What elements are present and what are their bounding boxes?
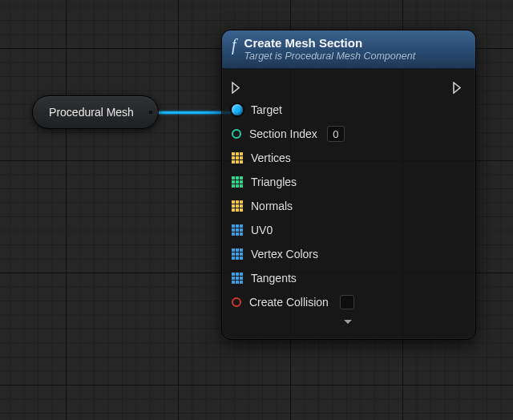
node-procedural-mesh[interactable]: Procedural Mesh: [32, 95, 159, 129]
label-target: Target: [251, 103, 282, 116]
node-label: Procedural Mesh: [49, 106, 134, 119]
node-create-mesh-section[interactable]: f Create Mesh Section Target is Procedur…: [221, 30, 476, 340]
input-pin-section-index[interactable]: [232, 129, 241, 139]
exec-output-pin[interactable]: [453, 82, 464, 94]
input-pin-vertices[interactable]: [232, 152, 243, 164]
label-normals: Normals: [251, 200, 293, 212]
label-tangents: Tangents: [251, 272, 297, 285]
input-pin-target[interactable]: [232, 104, 243, 115]
input-pin-vertex-colors[interactable]: [232, 248, 243, 260]
chevron-down-icon: [343, 319, 353, 325]
label-vertex-colors: Vertex Colors: [251, 248, 318, 260]
checkbox-create-collision[interactable]: [340, 295, 354, 309]
label-create-collision: Create Collision: [249, 296, 329, 309]
function-icon: f: [232, 38, 236, 52]
label-triangles: Triangles: [251, 176, 297, 188]
wire-procedural-to-target[interactable]: [152, 111, 231, 114]
label-vertices: Vertices: [251, 151, 291, 164]
input-pin-create-collision[interactable]: [232, 297, 241, 307]
expand-toggle[interactable]: [232, 314, 464, 334]
node-body: Target Section Index 0 Vertices Triangle…: [222, 69, 475, 339]
node-header[interactable]: f Create Mesh Section Target is Procedur…: [222, 30, 475, 69]
input-pin-uv0[interactable]: [232, 224, 243, 236]
input-section-index-value[interactable]: 0: [327, 126, 345, 142]
input-pin-triangles[interactable]: [232, 176, 243, 188]
node-title: Create Mesh Section: [244, 36, 416, 50]
input-pin-normals[interactable]: [232, 200, 243, 212]
input-pin-tangents[interactable]: [232, 273, 243, 284]
label-uv0: UV0: [251, 224, 273, 236]
node-subtitle: Target is Procedural Mesh Component: [244, 50, 416, 62]
label-section-index: Section Index: [249, 127, 317, 140]
exec-input-pin[interactable]: [232, 82, 243, 94]
